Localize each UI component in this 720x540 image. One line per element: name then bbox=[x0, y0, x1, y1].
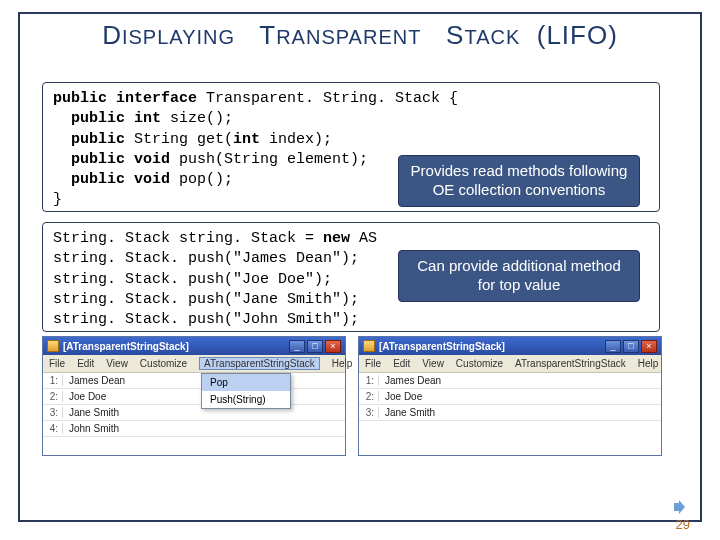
menu-customize[interactable]: Customize bbox=[140, 358, 187, 369]
close-button[interactable]: × bbox=[325, 340, 341, 353]
list-item: 3:Jane Smith bbox=[43, 405, 345, 421]
client-area: 1:James Dean 2:Joe Doe 3:Jane Smith 4:Jo… bbox=[43, 373, 345, 455]
callout-top-value: Can provide additional method for top va… bbox=[398, 250, 640, 302]
maximize-button[interactable]: □ bbox=[623, 340, 639, 353]
slide-title: DISPLAYING TRANSPARENT STACK (LIFO) bbox=[40, 20, 680, 51]
list-item: 1:James Dean bbox=[43, 373, 345, 389]
menu-view[interactable]: View bbox=[422, 358, 444, 369]
class-menu-dropdown: Pop Push(String) bbox=[201, 373, 291, 409]
menu-class[interactable]: ATransparentStringStack bbox=[515, 358, 626, 369]
menu-help[interactable]: Help bbox=[638, 358, 659, 369]
menu-file[interactable]: File bbox=[49, 358, 65, 369]
speaker-icon bbox=[674, 500, 690, 514]
list-item: 1:James Dean bbox=[359, 373, 661, 389]
list-item: 2:Joe Doe bbox=[359, 389, 661, 405]
slide-number: 29 bbox=[676, 517, 690, 532]
list-item: 4:John Smith bbox=[43, 421, 345, 437]
callout-read-methods: Provides read methods following OE colle… bbox=[398, 155, 640, 207]
menu-edit[interactable]: Edit bbox=[77, 358, 94, 369]
window-title: [ATransparentStringStack] bbox=[379, 341, 505, 352]
titlebar[interactable]: [ATransparentStringStack] _ □ × bbox=[43, 337, 345, 355]
menu-view[interactable]: View bbox=[106, 358, 128, 369]
titlebar[interactable]: [ATransparentStringStack] _ □ × bbox=[359, 337, 661, 355]
minimize-button[interactable]: _ bbox=[289, 340, 305, 353]
list-item: 2:Joe Doe bbox=[43, 389, 345, 405]
app-icon bbox=[47, 340, 59, 352]
app-window-left: [ATransparentStringStack] _ □ × File Edi… bbox=[42, 336, 346, 456]
client-area: 1:James Dean 2:Joe Doe 3:Jane Smith bbox=[359, 373, 661, 455]
maximize-button[interactable]: □ bbox=[307, 340, 323, 353]
menu-customize[interactable]: Customize bbox=[456, 358, 503, 369]
menu-file[interactable]: File bbox=[365, 358, 381, 369]
menu-item-pop[interactable]: Pop bbox=[202, 374, 290, 391]
list-item: 3:Jane Smith bbox=[359, 405, 661, 421]
close-button[interactable]: × bbox=[641, 340, 657, 353]
menu-help[interactable]: Help bbox=[332, 358, 353, 369]
app-window-right: [ATransparentStringStack] _ □ × File Edi… bbox=[358, 336, 662, 456]
menubar: File Edit View Customize ATransparentStr… bbox=[359, 355, 661, 373]
menu-item-push[interactable]: Push(String) bbox=[202, 391, 290, 408]
app-icon bbox=[363, 340, 375, 352]
menu-class[interactable]: ATransparentStringStack bbox=[199, 357, 320, 370]
window-title: [ATransparentStringStack] bbox=[63, 341, 189, 352]
minimize-button[interactable]: _ bbox=[605, 340, 621, 353]
menubar: File Edit View Customize ATransparentStr… bbox=[43, 355, 345, 373]
menu-edit[interactable]: Edit bbox=[393, 358, 410, 369]
